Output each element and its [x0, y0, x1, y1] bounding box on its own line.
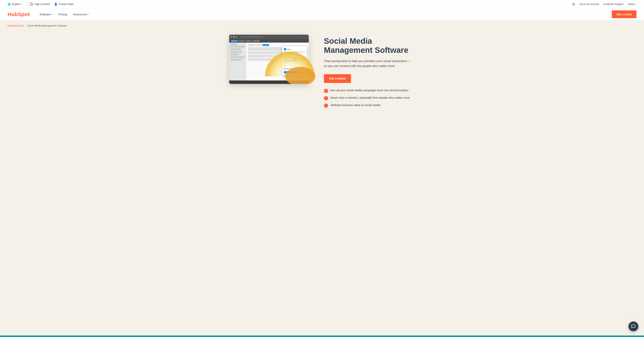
ss-nav-tabs: Marketing Contacts Reports Productivity — [229, 39, 309, 43]
ss-modal-field: Width — [284, 64, 305, 66]
ss-schedule-label: ⏰ Schedule for Tomorrow at 9:45 AM EDT — [284, 69, 298, 70]
nav-software[interactable]: Software ▾ — [37, 11, 55, 17]
feature-text-3: Attribute business value to social media — [330, 103, 380, 107]
about-menu[interactable]: About ▾ — [628, 3, 636, 5]
ss-tab-marketing: Marketing — [231, 40, 238, 42]
breadcrumb-current: Social Media Management Software — [27, 24, 67, 27]
ss-modal-image — [284, 56, 305, 62]
ss-modal-field: Height — [284, 66, 305, 67]
utility-right: Go to my account Customer Support About … — [572, 3, 636, 6]
logo-hub: Hub — [8, 11, 18, 17]
chevron-down-icon: ▾ — [88, 13, 88, 15]
hero-title: Social Media Management Software — [324, 36, 415, 55]
logo-spot: Spot — [18, 11, 30, 17]
chevron-down-icon: ▾ — [21, 3, 22, 5]
ss-header-row — [248, 44, 307, 46]
ss-image-thumb — [293, 57, 296, 61]
ss-chip — [256, 44, 262, 46]
toggle-switch[interactable] — [27, 2, 34, 6]
ss-field-val — [290, 63, 305, 64]
contact-sales-link[interactable]: 👤 Contact Sales — [54, 3, 74, 6]
toggle-thumb — [27, 3, 30, 6]
check-icon-3: ✓ — [324, 104, 328, 108]
breadcrumb-separator: › — [25, 25, 26, 27]
svg-line-1 — [574, 5, 575, 5]
hero-section: ✦ ✦ Marketing Contacts Reports Productiv… — [0, 31, 644, 129]
high-contrast-label: High Contrast — [35, 3, 50, 5]
nav-pricing[interactable]: Pricing — [56, 11, 70, 17]
feature-item-3: ✓ Attribute business value to social med… — [324, 103, 415, 108]
ss-schedule-row: ⏰ Schedule for Tomorrow at 9:45 AM EDT — [284, 69, 305, 70]
search-icon — [572, 3, 575, 6]
ss-chip-active — [262, 44, 269, 46]
chevron-down-icon: ▾ — [52, 13, 52, 15]
feature-text-1: Run all your social media campaigns from… — [330, 89, 408, 92]
ss-modal-message: Your new Learning Center is now live! Ch… — [284, 51, 305, 54]
ss-sidebar: Social Media — [229, 43, 246, 80]
ss-address-bar — [240, 36, 263, 38]
customer-support-link[interactable]: Customer Support — [604, 3, 624, 5]
product-screenshot: Marketing Contacts Reports Productivity … — [229, 35, 309, 84]
ss-field-label: Image URL: — [284, 63, 290, 64]
ss-field-val — [290, 66, 296, 67]
ss-sidebar-item — [230, 46, 245, 47]
ss-customize-label: Customize Image — [284, 68, 305, 69]
nav-resources[interactable]: Resources ▾ — [71, 11, 91, 17]
hero-text-col: Social Media Management Software Time-sa… — [324, 35, 415, 108]
svg-point-0 — [572, 3, 574, 5]
ss-schedule-btn: Schedule (1) — [284, 71, 305, 73]
ss-tab-reports: Reports — [246, 40, 252, 42]
ss-modal-popup: G @giphy Your new Learning Center is now… — [282, 46, 307, 75]
contact-icon: 👤 — [54, 3, 58, 6]
nav-resources-label: Resources — [73, 13, 87, 16]
go-to-account-label: Go to my account — [580, 3, 599, 5]
about-label: About — [628, 3, 634, 5]
ss-sidebar-item — [230, 56, 245, 58]
customer-support-label: Customer Support — [604, 3, 624, 5]
ss-field-label: Height — [284, 66, 290, 67]
utility-bar: 🌐 English ▾ High Contrast 👤 Contact Sale… — [0, 0, 644, 8]
feature-text-2: Never miss a mention, especially from pe… — [330, 96, 410, 99]
feature-item-1: ✓ Run all your social media campaigns fr… — [324, 89, 415, 93]
logo[interactable]: HubSpot — [8, 11, 30, 17]
feature-item-2: ✓ Never miss a mention, especially from … — [324, 96, 415, 100]
hero-subtitle: Time-saving tools to help you prioritize… — [324, 59, 415, 69]
hero-image-col: ✦ ✦ Marketing Contacts Reports Productiv… — [229, 35, 309, 84]
ss-sidebar-item — [230, 53, 239, 55]
ss-dot-yellow — [233, 36, 235, 38]
breadcrumb-parent-link[interactable]: Marketing Hub — [8, 24, 24, 27]
ss-window-bar — [229, 35, 309, 39]
ss-main-area: G @giphy Your new Learning Center is now… — [246, 43, 309, 80]
language-selector[interactable]: 🌐 English ▾ — [8, 3, 22, 6]
search-button[interactable] — [572, 3, 575, 6]
nav-software-label: Software — [40, 13, 51, 16]
utility-left: 🌐 English ▾ High Contrast 👤 Contact Sale… — [8, 2, 74, 6]
nav-links: Software ▾ Pricing Resources ▾ — [37, 11, 91, 17]
hero-cta-button[interactable]: Get a demo — [324, 74, 351, 83]
feature-list: ✓ Run all your social media campaigns fr… — [324, 89, 415, 108]
ss-sidebar-item — [230, 48, 241, 50]
nav-right: Get a demo — [612, 10, 636, 18]
contact-sales-label: Contact Sales — [58, 3, 74, 5]
ss-modal-field: Image URL: — [284, 63, 305, 64]
main-nav: HubSpot Software ▾ Pricing Resources ▾ G… — [0, 8, 644, 20]
ss-modal-sender: @giphy — [287, 49, 290, 50]
globe-icon: 🌐 — [8, 3, 11, 6]
check-icon-2: ✓ — [324, 96, 328, 100]
breadcrumb: Marketing Hub › Social Media Management … — [0, 20, 644, 31]
ss-tab-productivity: Productivity — [252, 40, 260, 42]
ss-dot-red — [231, 36, 232, 38]
ss-chip — [248, 44, 255, 46]
go-to-account-link[interactable]: Go to my account — [580, 3, 599, 5]
ss-avatar: G — [284, 48, 286, 50]
high-contrast-toggle[interactable]: High Contrast — [27, 2, 50, 6]
check-icon-1: ✓ — [324, 89, 328, 93]
ss-tab-contacts: Contacts — [238, 40, 245, 42]
ss-dot-green — [236, 36, 238, 38]
chevron-down-icon: ▾ — [636, 3, 636, 5]
ss-sidebar-item — [230, 51, 242, 53]
ss-field-label: Width — [284, 65, 290, 66]
ss-sidebar-item — [230, 59, 242, 61]
get-demo-nav-button[interactable]: Get a demo — [612, 10, 636, 18]
ss-link: Attached image — [284, 55, 305, 56]
